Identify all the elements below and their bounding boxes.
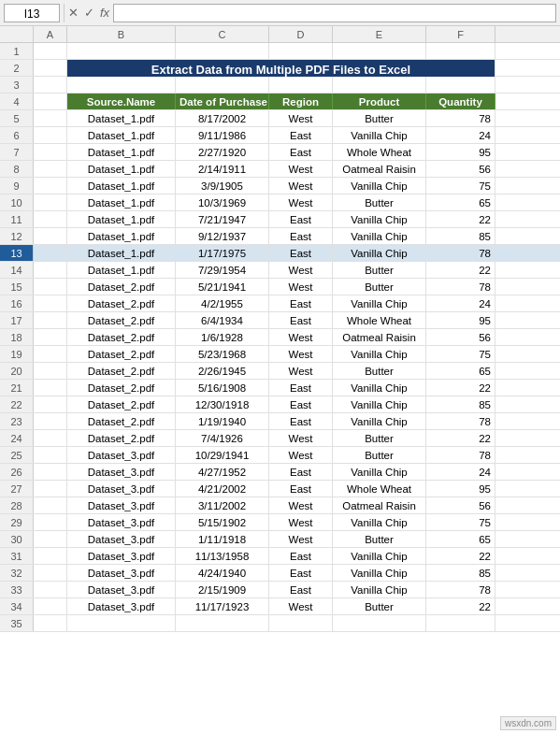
cell-20e[interactable]: Butter [333,363,426,379]
cell-14f[interactable]: 22 [426,262,495,278]
cell-1a[interactable] [34,43,67,59]
cell-6f[interactable]: 24 [426,127,495,143]
cell-34d[interactable]: West [269,598,333,614]
cell-3f[interactable] [426,77,495,93]
cell-8f[interactable]: 56 [426,161,495,177]
cell-34b[interactable]: Dataset_3.pdf [67,598,176,614]
cell-35f[interactable] [426,615,495,631]
cell-16f[interactable]: 24 [426,295,495,311]
cell-3b[interactable] [67,77,176,93]
cell-15f[interactable]: 78 [426,279,495,295]
cell-6b[interactable]: Dataset_1.pdf [67,127,176,143]
cell-9c[interactable]: 3/9/1905 [176,178,269,194]
cell-3c[interactable] [176,77,269,93]
cell-14c[interactable]: 7/29/1954 [176,262,269,278]
cell-12a[interactable] [34,228,67,244]
cell-33d[interactable]: East [269,582,333,597]
cell-31b[interactable]: Dataset_3.pdf [67,548,176,564]
cell-9e[interactable]: Vanilla Chip [333,178,426,194]
cell-5f[interactable]: 78 [426,110,495,126]
cell-6c[interactable]: 9/11/1986 [176,127,269,143]
cell-21a[interactable] [34,380,67,396]
cell-22f[interactable]: 85 [426,396,495,412]
cell-20a[interactable] [34,363,67,379]
cell-30c[interactable]: 1/11/1918 [176,531,269,547]
cell-29a[interactable] [34,514,67,530]
cell-27c[interactable]: 4/21/2002 [176,481,269,497]
cell-34e[interactable]: Butter [333,598,426,614]
cell-reference-box[interactable]: I13 [4,4,60,22]
cell-17b[interactable]: Dataset_2.pdf [67,312,176,328]
cell-19e[interactable]: Vanilla Chip [333,346,426,362]
cell-14b[interactable]: Dataset_1.pdf [67,262,176,278]
cell-10b[interactable]: Dataset_1.pdf [67,194,176,210]
cell-21c[interactable]: 5/16/1908 [176,380,269,396]
cell-22b[interactable]: Dataset_2.pdf [67,396,176,412]
cell-22c[interactable]: 12/30/1918 [176,396,269,412]
cell-34a[interactable] [34,598,67,614]
cell-33e[interactable]: Vanilla Chip [333,582,426,597]
cell-27b[interactable]: Dataset_3.pdf [67,481,176,497]
cell-12d[interactable]: East [269,228,333,244]
cell-10f[interactable]: 65 [426,194,495,210]
cell-10e[interactable]: Butter [333,194,426,210]
cell-31f[interactable]: 22 [426,548,495,564]
cell-29b[interactable]: Dataset_3.pdf [67,514,176,530]
cell-16a[interactable] [34,295,67,311]
cell-22a[interactable] [34,396,67,412]
cell-23b[interactable]: Dataset_2.pdf [67,413,176,429]
cell-30a[interactable] [34,531,67,547]
cell-33a[interactable] [34,582,67,597]
cell-17c[interactable]: 6/4/1934 [176,312,269,328]
cell-26d[interactable]: East [269,464,333,480]
cell-12b[interactable]: Dataset_1.pdf [67,228,176,244]
cell-26c[interactable]: 4/27/1952 [176,464,269,480]
cell-11b[interactable]: Dataset_1.pdf [67,211,176,227]
cell-32b[interactable]: Dataset_3.pdf [67,565,176,581]
cell-21b[interactable]: Dataset_2.pdf [67,380,176,396]
cell-11a[interactable] [34,211,67,227]
cell-9b[interactable]: Dataset_1.pdf [67,178,176,194]
cell-24d[interactable]: West [269,430,333,446]
cell-35d[interactable] [269,615,333,631]
cell-30e[interactable]: Butter [333,531,426,547]
cell-25c[interactable]: 10/29/1941 [176,447,269,463]
cell-13e[interactable]: Vanilla Chip [333,245,426,261]
cell-16d[interactable]: East [269,295,333,311]
cell-1f[interactable] [426,43,495,59]
cell-25d[interactable]: West [269,447,333,463]
cell-15e[interactable]: Butter [333,279,426,295]
cell-27e[interactable]: Whole Wheat [333,481,426,497]
cell-31e[interactable]: Vanilla Chip [333,548,426,564]
cell-25b[interactable]: Dataset_3.pdf [67,447,176,463]
cell-28d[interactable]: West [269,497,333,513]
cell-5a[interactable] [34,110,67,126]
cell-26a[interactable] [34,464,67,480]
cell-8c[interactable]: 2/14/1911 [176,161,269,177]
cell-12e[interactable]: Vanilla Chip [333,228,426,244]
cell-25a[interactable] [34,447,67,463]
cell-5e[interactable]: Butter [333,110,426,126]
cell-23f[interactable]: 78 [426,413,495,429]
cell-9d[interactable]: West [269,178,333,194]
cell-32a[interactable] [34,565,67,581]
cell-35a[interactable] [34,615,67,631]
cell-13f[interactable]: 78 [426,245,495,261]
cell-28c[interactable]: 3/11/2002 [176,497,269,513]
cell-32f[interactable]: 85 [426,565,495,581]
cell-19b[interactable]: Dataset_2.pdf [67,346,176,362]
cell-17a[interactable] [34,312,67,328]
cell-7f[interactable]: 95 [426,144,495,160]
cell-5c[interactable]: 8/17/2002 [176,110,269,126]
cell-18f[interactable]: 56 [426,329,495,345]
cell-20c[interactable]: 2/26/1945 [176,363,269,379]
cell-27a[interactable] [34,481,67,497]
cell-8a[interactable] [34,161,67,177]
cell-32c[interactable]: 4/24/1940 [176,565,269,581]
cell-34c[interactable]: 11/17/1923 [176,598,269,614]
cell-19f[interactable]: 75 [426,346,495,362]
cell-12c[interactable]: 9/12/1937 [176,228,269,244]
cell-24f[interactable]: 22 [426,430,495,446]
cell-23a[interactable] [34,413,67,429]
cell-26e[interactable]: Vanilla Chip [333,464,426,480]
